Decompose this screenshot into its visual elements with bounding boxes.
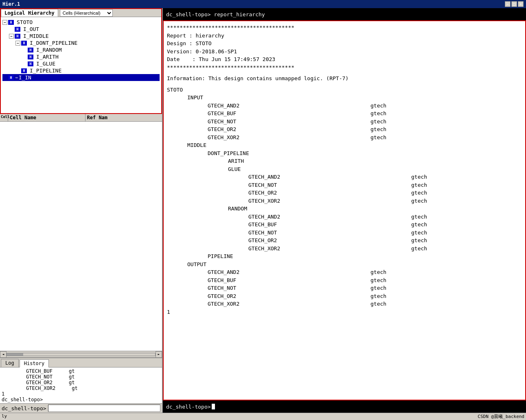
hierarchy-ref: gtech — [370, 102, 386, 110]
col-ref: Ref Nam — [85, 114, 162, 121]
log-tab[interactable]: Log — [1, 359, 19, 367]
tree-h-icon: H — [28, 48, 33, 52]
history-tab[interactable]: History — [20, 359, 49, 368]
hierarchy-ref: gtech — [411, 189, 427, 197]
tree-expander[interactable]: − — [15, 41, 20, 46]
hierarchy-row: GTECH_BUFgtech — [167, 276, 522, 284]
hierarchy-name: RANDOM — [228, 205, 391, 213]
scroll-left-btn[interactable]: ◄ — [0, 351, 7, 358]
hierarchy-row: GTECH_NOTgtech — [167, 229, 522, 237]
output-line: Information: This design contains unmapp… — [167, 74, 522, 83]
tree-item-stoto[interactable]: −HSTOTO — [2, 19, 160, 26]
log-content: GTECH_BUFgtGTECH_NOTgtGTECH_OR2gtGTECH_X… — [0, 368, 162, 403]
hierarchy-row: MIDDLE — [167, 141, 522, 149]
hierarchy-name: STOTO — [167, 86, 330, 94]
log-line: 1 — [2, 391, 160, 397]
window-title: Hier.1 — [2, 1, 20, 7]
hierarchy-header: Logical Hierarchy Cells (Hierarchical) — [1, 9, 161, 17]
hierarchy-name: INPUT — [187, 94, 350, 102]
output-spacer — [167, 83, 522, 86]
tree-item-i_in[interactable]: H ⇒ I_IN — [2, 74, 160, 81]
tree-h-icon: H — [21, 41, 27, 46]
cursor — [212, 404, 215, 409]
minimize-button[interactable]: − — [505, 1, 511, 7]
hierarchy-name: GTECH_BUF — [208, 276, 370, 284]
hierarchy-row: GTECH_BUFgtech — [167, 109, 522, 118]
tree-item-label: I_IN — [19, 74, 31, 81]
hierarchy-row: GTECH_NOTgtech — [167, 284, 522, 292]
log-tabs: Log History — [0, 358, 162, 368]
tree-h-icon: H — [15, 27, 20, 32]
output-line: 1 — [167, 308, 522, 316]
hierarchy-ref: gtech — [370, 133, 386, 142]
output-line: Design : STOTO — [167, 39, 522, 48]
cells-body — [0, 122, 162, 351]
maximize-button[interactable]: □ — [511, 1, 517, 7]
cells-dropdown[interactable]: Cells (Hierarchical) — [60, 9, 113, 17]
hierarchy-row: GTECH_AND2gtech — [167, 102, 522, 110]
hierarchy-row: GTECH_OR2gtech — [167, 236, 522, 245]
status-right: CSDN @晨曦_backend — [478, 413, 524, 420]
hierarchy-name: GTECH_AND2 — [208, 268, 370, 276]
logical-hierarchy-tab[interactable]: Logical Hierarchy — [1, 9, 58, 17]
hierarchy-row: GTECH_XOR2gtech — [167, 133, 522, 142]
hierarchy-name: GTECH_OR2 — [248, 189, 411, 197]
hierarchy-name: GLUE — [228, 165, 391, 173]
tree-item-i_glue[interactable]: HI_GLUE — [2, 60, 160, 67]
log-line: GTECH_XOR2gt — [2, 385, 160, 391]
cmd-bar: dc_shell-topo> — [0, 403, 162, 413]
hscroll-thumb[interactable] — [7, 353, 23, 356]
cmd-prompt-label: dc_shell-topo> — [2, 405, 46, 411]
hierarchy-ref: gtech — [370, 125, 386, 133]
tree-item-i_pipeline[interactable]: HI_PIPELINE — [2, 67, 160, 74]
tree-item-label: I_MIDDLE — [23, 33, 49, 39]
hierarchy-name: OUTPUT — [187, 260, 350, 269]
status-bar: ly CSDN @晨曦_backend — [0, 413, 526, 420]
terminal-top-line: dc_shell-topo> report_hierarchy — [163, 8, 526, 20]
tree-item-i_arith[interactable]: HI_ARITH — [2, 53, 160, 60]
tree-item-label: I_DONT_PIPELINE — [30, 40, 77, 46]
hierarchy-row: GTECH_AND2gtech — [167, 268, 522, 276]
top-command: dc_shell-topo> report_hierarchy — [166, 11, 265, 18]
output-line: **************************************** — [167, 24, 522, 32]
tree-item-label: I_GLUE — [36, 61, 55, 67]
tree-item-label: I_RANDOM — [36, 47, 62, 53]
hierarchy-name: DONT_PIPELINE — [208, 149, 370, 158]
tree-item-label: I_OUT — [23, 26, 39, 32]
hierarchy-ref: gtech — [411, 236, 427, 245]
tree-item-i_middle[interactable]: −HI_MIDDLE — [2, 33, 160, 39]
tree-expander[interactable]: − — [9, 34, 14, 39]
hierarchy-row: GTECH_OR2gtech — [167, 189, 522, 197]
hierarchy-ref: gtech — [411, 213, 427, 221]
log-line: GTECH_OR2gt — [2, 380, 160, 385]
scroll-right-btn[interactable]: ► — [156, 351, 162, 358]
hierarchy-row: RANDOM — [167, 205, 522, 213]
output-line: Version: 0-2018.06-SP1 — [167, 48, 522, 56]
tree-item-i_out[interactable]: HI_OUT — [2, 26, 160, 33]
tree-item-i_random[interactable]: HI_RANDOM — [2, 46, 160, 53]
tree-h-icon: H — [8, 75, 14, 80]
titlebar: Hier.1 − □ × — [0, 0, 526, 8]
hierarchy-row: DONT_PIPELINE — [167, 149, 522, 158]
hscroll-track[interactable] — [7, 353, 156, 356]
tree-arrow-icon: ⇒ — [15, 75, 18, 80]
output-line: Report : hierarchy — [167, 32, 522, 40]
window-controls: − □ × — [505, 1, 524, 7]
hierarchy-row: GTECH_XOR2gtech — [167, 197, 522, 205]
tree-h-icon: H — [8, 20, 14, 25]
output-line: **************************************** — [167, 63, 522, 72]
cells-table-header: Cell Cell Name Ref Nam — [0, 114, 162, 122]
tree-item-label: I_ARITH — [36, 54, 59, 60]
hierarchy-row: GTECH_AND2gtech — [167, 213, 522, 221]
cmd-input[interactable] — [48, 405, 160, 412]
hierarchy-ref: gtech — [370, 276, 386, 284]
hierarchy-name: GTECH_XOR2 — [208, 300, 370, 308]
cells-dropdown-container: Cells (Hierarchical) — [60, 9, 113, 17]
hierarchy-row: GTECH_AND2gtech — [167, 173, 522, 181]
hierarchy-ref: gtech — [411, 197, 427, 205]
close-button[interactable]: × — [518, 1, 524, 7]
status-left: ly — [2, 413, 7, 420]
hierarchy-name: GTECH_NOT — [248, 181, 411, 189]
tree-expander[interactable]: − — [2, 20, 7, 25]
tree-item-i_dont_pipeline[interactable]: −HI_DONT_PIPELINE — [2, 39, 160, 46]
